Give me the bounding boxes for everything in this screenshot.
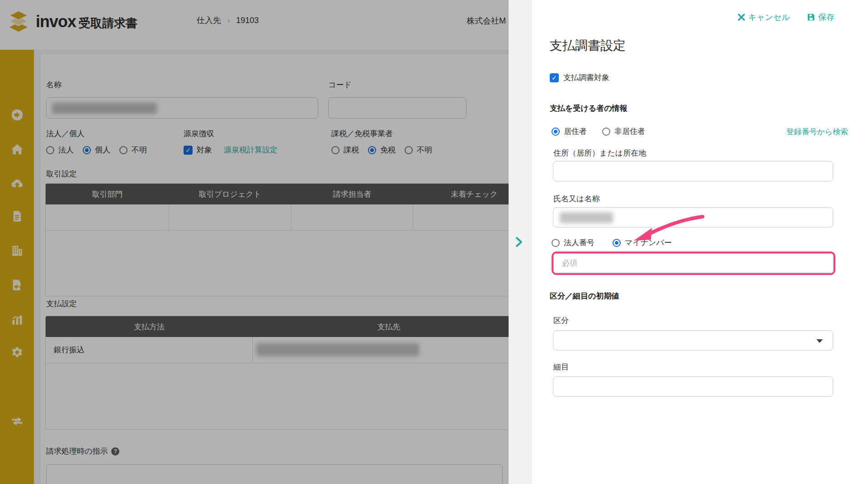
defaults-section-heading: 区分／細目の初期値 <box>550 291 619 301</box>
residency-options: 居住者 非居住者 <box>552 126 645 137</box>
my-number-required-highlight <box>552 251 835 275</box>
app-window: invox受取請求書 仕入先 › 19103 株式会社M <box>0 0 868 484</box>
payee-name-label: 氏名又は名称 <box>553 194 599 204</box>
chevron-down-icon <box>816 339 823 343</box>
radio-resident[interactable]: 居住者 <box>552 126 587 137</box>
x-icon <box>738 14 745 21</box>
payee-section-heading: 支払を受ける者の情報 <box>550 103 627 114</box>
target-checkbox-row[interactable]: ✓ 支払調書対象 <box>550 72 609 83</box>
saimoku-label: 細目 <box>553 362 569 372</box>
radio-circle-icon <box>552 128 560 136</box>
my-number-input[interactable] <box>553 253 834 273</box>
redacted-payee-name <box>560 212 613 223</box>
address-input[interactable] <box>553 161 833 181</box>
cancel-button[interactable]: キャンセル <box>738 12 790 23</box>
checkbox-check-icon: ✓ <box>550 73 559 82</box>
saimoku-input[interactable] <box>553 376 833 397</box>
save-button[interactable]: 保存 <box>807 12 835 23</box>
radio-circle-icon <box>602 128 610 136</box>
radio-circle-icon <box>552 239 560 247</box>
payment-record-drawer: キャンセル 保存 支払調書設定 ✓ 支払調書対象 支払を受ける者の情報 居住者 … <box>532 0 868 484</box>
registration-search-link[interactable]: 登録番号から検索 <box>786 127 848 137</box>
radio-corp-number[interactable]: 法人番号 <box>552 237 594 248</box>
dim-overlay <box>0 0 509 484</box>
drawer-title: 支払調書設定 <box>550 37 626 54</box>
save-icon <box>807 13 815 21</box>
drawer-edge-strip <box>509 0 532 484</box>
main-application-region: invox受取請求書 仕入先 › 19103 株式会社M <box>0 0 509 484</box>
kubun-label: 区分 <box>553 315 569 326</box>
radio-circle-icon <box>613 239 621 247</box>
radio-nonresident[interactable]: 非居住者 <box>602 126 645 137</box>
annotation-arrow-icon <box>629 214 706 245</box>
kubun-select[interactable] <box>553 330 833 351</box>
address-label: 住所（居所）または所在地 <box>553 148 646 158</box>
collapse-drawer-chevron-icon[interactable] <box>515 237 523 249</box>
